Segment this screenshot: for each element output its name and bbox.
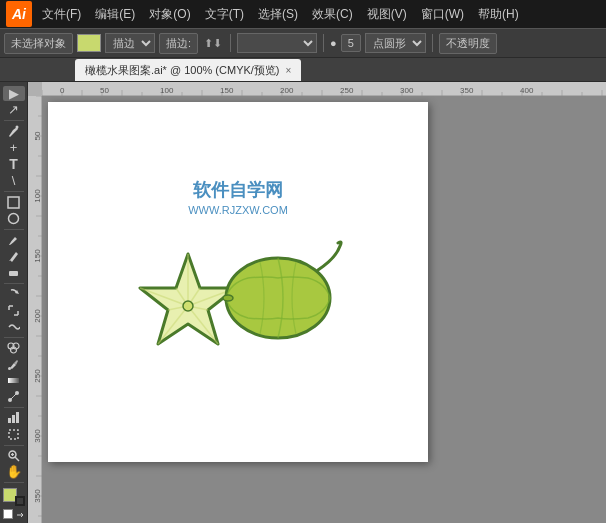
watermark-url: WWW.RJZXW.COM: [188, 204, 288, 216]
svg-text:200: 200: [280, 86, 294, 95]
svg-text:150: 150: [33, 249, 42, 263]
tool-rectangle[interactable]: [3, 195, 25, 210]
menu-edit[interactable]: 编辑(E): [89, 4, 141, 25]
tool-gradient[interactable]: [3, 373, 25, 388]
tool-zoom[interactable]: [3, 448, 25, 463]
watermark-title: 软件自学网: [193, 178, 283, 202]
tool-chart[interactable]: [3, 410, 25, 425]
stroke-label: 描边:: [159, 33, 198, 54]
none-color[interactable]: [3, 509, 13, 519]
tool-artboard[interactable]: [3, 427, 25, 442]
tool-sep-1: [4, 120, 24, 121]
stroke-dropdown[interactable]: 描边: [105, 33, 155, 53]
tool-anchor[interactable]: +: [3, 140, 25, 155]
svg-rect-12: [8, 418, 11, 423]
opacity-label: 不透明度: [439, 33, 497, 54]
svg-line-17: [15, 457, 19, 461]
tool-scale[interactable]: [3, 303, 25, 318]
svg-text:300: 300: [33, 429, 42, 443]
canvas-content: 软件自学网 WWW.RJZXW.COM: [78, 132, 398, 432]
menu-object[interactable]: 对象(O): [143, 4, 196, 25]
svg-rect-1: [8, 197, 19, 208]
tool-sep-8: [4, 482, 24, 483]
tool-blend[interactable]: [3, 389, 25, 404]
tool-eraser[interactable]: [3, 265, 25, 280]
tab-filename: 橄榄水果图案.ai* @ 100% (CMYK/预览): [85, 63, 280, 78]
toolbar-sep-1: [230, 34, 231, 52]
blank-select[interactable]: [237, 33, 317, 53]
toolbox: ▶ ↗ + T \: [0, 82, 28, 523]
tool-hand[interactable]: ✋: [3, 464, 25, 479]
svg-point-98: [223, 295, 233, 301]
tool-paintbrush[interactable]: [3, 233, 25, 248]
tool-line[interactable]: \: [3, 173, 25, 188]
stroke-size-label: ●: [330, 37, 337, 49]
stroke-arrows[interactable]: ⬆⬇: [202, 37, 224, 50]
object-label: 未选择对象: [4, 33, 73, 54]
color-controls: [3, 509, 25, 519]
svg-rect-9: [8, 378, 19, 383]
svg-text:300: 300: [400, 86, 414, 95]
svg-text:350: 350: [460, 86, 474, 95]
color-selector[interactable]: [3, 488, 25, 506]
svg-text:200: 200: [33, 309, 42, 323]
canvas-area: 0 50 100 150 200 250 300 350 400 50 100 …: [28, 82, 606, 523]
toolbar-sep-3: [432, 34, 433, 52]
tool-sep-7: [4, 445, 24, 446]
stroke-color-box[interactable]: [15, 496, 25, 506]
tool-direct-select[interactable]: ↗: [3, 102, 25, 117]
fruit-illustration: [123, 226, 353, 386]
tool-eyedropper[interactable]: [3, 357, 25, 372]
svg-point-8: [8, 367, 11, 370]
svg-point-0: [15, 126, 18, 129]
tool-rotate[interactable]: [3, 287, 25, 302]
menu-type[interactable]: 文字(T): [199, 4, 250, 25]
tool-warp[interactable]: [3, 319, 25, 334]
shape-select[interactable]: 点圆形: [365, 33, 426, 53]
tool-sep-5: [4, 337, 24, 338]
svg-text:0: 0: [60, 86, 65, 95]
toolbar: 未选择对象 描边 描边: ⬆⬇ ● 5 点圆形 不透明度: [0, 28, 606, 58]
menu-effect[interactable]: 效果(C): [306, 4, 359, 25]
tool-select[interactable]: ▶: [3, 86, 25, 101]
svg-rect-15: [9, 430, 18, 439]
tool-ellipse[interactable]: [3, 211, 25, 226]
app-logo: Ai: [6, 1, 32, 27]
document-tab[interactable]: 橄榄水果图案.ai* @ 100% (CMYK/预览) ×: [75, 59, 301, 81]
ruler-vertical: 50 100 150 200 250 300 350: [28, 96, 42, 523]
svg-text:100: 100: [160, 86, 174, 95]
menu-select[interactable]: 选择(S): [252, 4, 304, 25]
menu-window[interactable]: 窗口(W): [415, 4, 470, 25]
tool-sep-3: [4, 229, 24, 230]
svg-text:250: 250: [33, 369, 42, 383]
toolbar-sep-2: [323, 34, 324, 52]
tool-sep-4: [4, 283, 24, 284]
fill-color-picker[interactable]: [77, 34, 101, 52]
tool-shape-builder[interactable]: [3, 340, 25, 355]
svg-text:50: 50: [33, 131, 42, 140]
menu-view[interactable]: 视图(V): [361, 4, 413, 25]
canvas-document: 软件自学网 WWW.RJZXW.COM: [48, 102, 428, 462]
svg-point-97: [226, 258, 330, 338]
tab-bar: 橄榄水果图案.ai* @ 100% (CMYK/预览) ×: [0, 58, 606, 82]
svg-rect-13: [12, 415, 15, 423]
svg-text:100: 100: [33, 189, 42, 203]
svg-text:50: 50: [100, 86, 109, 95]
tab-close-button[interactable]: ×: [286, 65, 292, 76]
svg-text:400: 400: [520, 86, 534, 95]
tool-type[interactable]: T: [3, 156, 25, 172]
tool-pencil[interactable]: [3, 249, 25, 264]
svg-point-96: [183, 301, 193, 311]
menu-file[interactable]: 文件(F): [36, 4, 87, 25]
svg-text:250: 250: [340, 86, 354, 95]
stroke-value[interactable]: 5: [341, 34, 361, 52]
swap-colors[interactable]: [15, 509, 25, 519]
tool-pen[interactable]: [3, 124, 25, 139]
svg-text:150: 150: [220, 86, 234, 95]
svg-point-2: [9, 213, 19, 223]
menu-help[interactable]: 帮助(H): [472, 4, 525, 25]
svg-text:350: 350: [33, 489, 42, 503]
svg-rect-14: [16, 412, 19, 423]
ruler-horizontal: 0 50 100 150 200 250 300 350 400: [42, 82, 606, 96]
tool-sep-2: [4, 191, 24, 192]
